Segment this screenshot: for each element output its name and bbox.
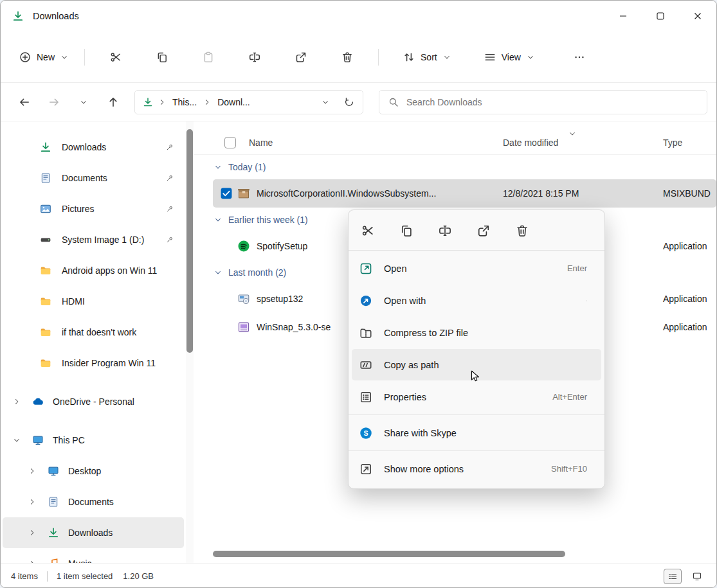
spotify-icon [237,240,250,253]
selection-size: 1.20 GB [123,571,154,581]
open-icon [359,262,372,275]
sidebar-scrollbar-thumb[interactable] [186,129,193,353]
delete-button[interactable] [334,45,360,69]
share-icon [477,224,490,237]
copy-as-path-icon [359,359,372,371]
sidebar-item-downloads-tree[interactable]: Downloads [3,517,184,548]
more-options-button[interactable] [567,45,592,69]
cut-button[interactable] [356,219,379,242]
column-header-type[interactable]: Type [663,138,716,148]
sidebar-item-documents-tree[interactable]: Documents [3,486,184,517]
chevron-down-icon [322,98,329,106]
search-input[interactable] [406,97,698,107]
copy-button[interactable] [395,219,418,242]
select-all-checkbox[interactable] [224,137,236,148]
menu-item-show-more-options[interactable]: Show more options Shift+F10 [352,453,601,485]
chevron-right-icon[interactable] [28,467,36,475]
menu-item-compress-to-zip[interactable]: Compress to ZIP file [352,317,601,348]
minimize-button[interactable] [604,1,642,31]
desktop-monitor-icon [48,465,59,477]
submenu-chevron-right-icon [586,297,594,305]
selection-count: 1 item selected [57,571,113,581]
chevron-right-icon[interactable] [28,498,36,506]
rename-button[interactable] [242,45,268,69]
sidebar-item-insider-program[interactable]: Insider Program Win 11 [3,348,184,379]
address-dropdown-button[interactable] [316,91,334,113]
chevron-down-icon[interactable] [13,436,21,444]
menu-item-open[interactable]: Open Enter [352,253,601,284]
share-button[interactable] [472,219,495,242]
menu-separator [349,250,604,251]
share-button[interactable] [288,45,314,69]
sidebar-item-documents-pinned[interactable]: Documents [3,163,184,193]
sidebar-item-downloads-pinned[interactable]: Downloads [3,132,184,163]
refresh-button[interactable] [340,91,359,113]
cut-button[interactable] [103,45,129,69]
file-type: MSIXBUND [663,188,716,199]
item-count: 4 items [11,571,38,581]
large-icons-view-toggle[interactable] [688,569,706,584]
up-button[interactable] [102,91,124,113]
new-button-label: New [37,52,55,62]
sidebar-item-music[interactable]: Music [3,548,184,563]
menu-shortcut: Shift+F10 [551,464,594,474]
sidebar-item-hdmi[interactable]: HDMI [3,286,184,317]
chevron-right-icon[interactable] [13,398,21,405]
view-icon [484,51,496,63]
sidebar-item-this-pc[interactable]: This PC [3,425,184,456]
cut-icon [361,224,374,237]
column-header-name[interactable]: Name [249,138,503,148]
file-name: MicrosoftCorporationII.WindowsSubsystem.… [257,188,503,199]
file-row-msix[interactable]: MicrosoftCorporationII.WindowsSubsystem.… [213,179,716,208]
sidebar-item-android-apps[interactable]: Android apps on Win 11 [3,255,184,286]
back-button[interactable] [14,91,35,113]
window-controls [604,1,716,31]
new-button[interactable]: New [11,46,77,69]
group-header-today[interactable]: Today (1) [194,155,716,179]
details-view-toggle[interactable] [664,569,682,584]
sidebar-item-if-that-doesnt-work[interactable]: if that doesn't work [3,317,184,348]
sort-icon [403,51,415,63]
details-view-icon [667,571,678,582]
breadcrumb-this-pc[interactable]: This... [171,97,198,107]
close-button[interactable] [679,1,716,31]
column-header-date-modified[interactable]: Date modified [503,138,663,148]
show-more-options-icon [359,463,372,476]
chevron-right-icon[interactable] [28,529,36,537]
sort-button[interactable]: Sort [395,46,458,69]
delete-button[interactable] [511,219,534,242]
menu-item-open-with[interactable]: Open with [352,285,601,316]
horizontal-scrollbar-thumb[interactable] [213,551,565,557]
view-button[interactable]: View [476,46,542,69]
checkbox-checked-icon[interactable] [221,188,232,199]
sidebar-item-onedrive[interactable]: OneDrive - Personal [3,386,184,417]
menu-item-properties[interactable]: Properties Alt+Enter [352,381,601,413]
chevron-right-icon[interactable] [28,560,36,563]
plus-circle-icon [19,51,31,63]
sidebar-item-system-image[interactable]: System Image 1 (D:) [3,224,184,255]
downloads-icon [12,10,24,22]
document-icon [48,496,59,508]
menu-shortcut: Alt+Enter [552,392,594,402]
svg-text:S: S [363,429,368,437]
rename-button[interactable] [433,219,457,242]
sidebar-item-pictures-pinned[interactable]: Pictures [3,193,184,224]
breadcrumb-downloads[interactable]: Downl... [216,97,251,107]
window-title: Downloads [33,11,79,21]
search-box[interactable] [379,90,707,114]
menu-item-share-with-skype[interactable]: S Share with Skype [352,417,601,449]
paste-icon [203,51,214,63]
address-bar[interactable]: This... Downl... [134,90,363,114]
sidebar-scrollbar[interactable] [186,121,194,563]
search-icon [388,97,399,107]
chevron-down-icon [214,269,222,276]
forward-button[interactable] [43,91,65,113]
copy-button[interactable] [149,45,175,69]
file-type: Application [663,294,716,304]
maximize-button[interactable] [642,1,679,31]
recent-locations-button[interactable] [73,91,95,113]
sidebar-item-desktop[interactable]: Desktop [3,456,184,486]
chevron-down-icon [80,98,87,106]
paste-button[interactable] [195,45,221,69]
view-toggles [664,569,706,584]
